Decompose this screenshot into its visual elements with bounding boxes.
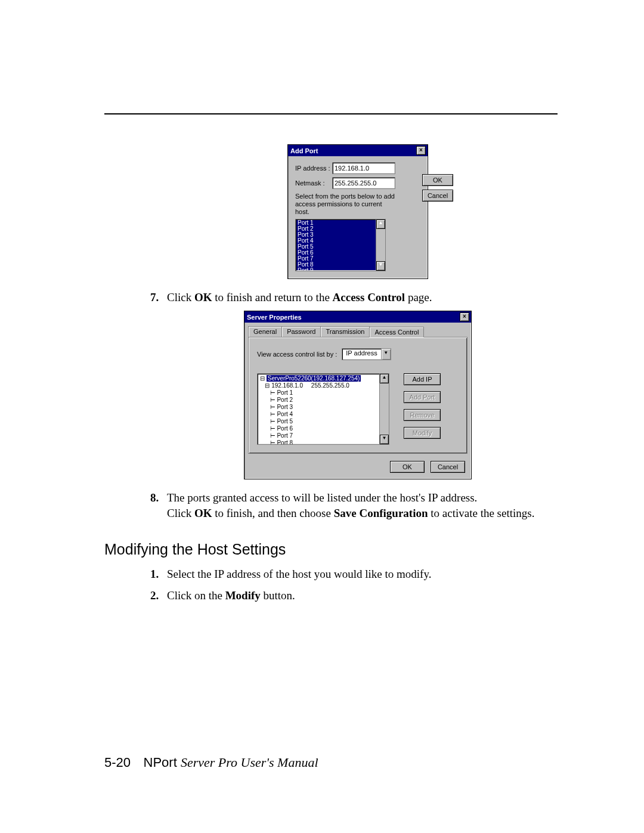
server-properties-dialog: Server Properties × General Password Tra… — [244, 311, 472, 479]
header-rule — [104, 113, 558, 114]
step-7: 7. Click OK to finish and return to the … — [150, 290, 558, 305]
add-port-helptext: Select from the ports below to add acces… — [295, 193, 395, 216]
page-footer: 5-20 NPort Server Pro User's Manual — [104, 755, 318, 770]
tab-password[interactable]: Password — [281, 326, 321, 337]
tab-strip: General Password Transmission Access Con… — [248, 326, 471, 337]
tab-access-control[interactable]: Access Control — [369, 327, 424, 337]
manual-page: Add Port × IP address : Netmask : Select… — [0, 0, 644, 833]
server-properties-title: Server Properties — [247, 314, 302, 321]
port-listbox[interactable]: Port 1 Port 2 Port 3 Port 4 Port 5 Port … — [295, 219, 386, 271]
tree-item[interactable]: Port 1 — [277, 389, 293, 396]
tree-item[interactable]: Port 4 — [277, 411, 293, 417]
step-text: Click OK to finish and return to the Acc… — [167, 290, 432, 305]
add-port-titlebar[interactable]: Add Port × — [288, 145, 428, 156]
view-label: View access control list by : — [257, 351, 337, 358]
step-8: 8. The ports granted access to will be l… — [150, 490, 558, 521]
list-item[interactable]: Port 9 — [298, 268, 385, 271]
tree-item[interactable]: Port 7 — [277, 432, 293, 439]
ok-button[interactable]: OK — [422, 174, 453, 186]
step-number: 2. — [150, 588, 167, 603]
netmask-label: Netmask : — [295, 179, 332, 187]
add-port-button[interactable]: Add Port — [404, 391, 441, 403]
mstep-1: 1. Select the IP address of the host you… — [150, 566, 558, 582]
ip-address-label: IP address : — [295, 165, 332, 172]
cancel-button[interactable]: Cancel — [431, 461, 465, 473]
combo-value: IP address — [342, 349, 380, 360]
figure-add-port: Add Port × IP address : Netmask : Select… — [158, 144, 558, 279]
add-port-title: Add Port — [290, 147, 318, 154]
tab-general[interactable]: General — [248, 326, 282, 337]
step-number: 8. — [150, 490, 167, 521]
page-number: 5-20 — [104, 755, 131, 770]
netmask-input[interactable] — [332, 177, 395, 189]
tree-item[interactable]: Port 5 — [277, 418, 293, 425]
scrollbar[interactable]: ▲ ▼ — [379, 374, 389, 444]
step-number: 1. — [150, 566, 167, 582]
view-by-combo[interactable]: IP address ▼ — [342, 348, 391, 360]
close-icon[interactable]: × — [416, 146, 426, 155]
product-name: NPort — [144, 755, 181, 770]
tab-panel: View access control list by : IP address… — [248, 337, 467, 454]
tab-transmission[interactable]: Transmission — [320, 326, 370, 337]
manual-title: Server Pro User's Manual — [181, 755, 318, 770]
cancel-button[interactable]: Cancel — [422, 190, 453, 202]
tree-item[interactable]: Port 6 — [277, 425, 293, 432]
step-text: Click on the Modify button. — [167, 588, 295, 603]
close-icon[interactable]: × — [460, 312, 469, 321]
section-heading: Modifying the Host Settings — [104, 541, 558, 558]
step-text: The ports granted access to will be list… — [167, 490, 534, 521]
mstep-2: 2. Click on the Modify button. — [150, 588, 558, 603]
step-number: 7. — [150, 290, 167, 305]
tree-item[interactable]: Port 2 — [277, 397, 293, 403]
scroll-down-icon[interactable]: ▼ — [380, 435, 389, 444]
tree-item[interactable]: Port 8 — [277, 439, 293, 445]
scroll-up-icon[interactable]: ▲ — [380, 374, 389, 383]
add-port-dialog: Add Port × IP address : Netmask : Select… — [287, 144, 428, 279]
ip-address-input[interactable] — [332, 162, 395, 174]
scroll-down-icon[interactable]: ▼ — [376, 261, 385, 271]
modify-button[interactable]: Modify — [404, 427, 441, 439]
scrollbar[interactable]: ▲ ▼ — [376, 219, 385, 271]
add-ip-button[interactable]: Add IP — [404, 373, 441, 385]
figure-server-properties: Server Properties × General Password Tra… — [158, 311, 558, 479]
server-properties-titlebar[interactable]: Server Properties × — [244, 311, 471, 323]
tree-root[interactable]: ServerPro52260(192.168.127.254) — [267, 375, 361, 382]
ok-button[interactable]: OK — [390, 461, 425, 473]
tree-ip-line[interactable]: 192.168.1.0 255.255.255.0 — [271, 382, 349, 389]
step-text: Select the IP address of the host you wo… — [167, 566, 431, 582]
tree-item[interactable]: Port 3 — [277, 404, 293, 410]
access-control-tree[interactable]: ⊟ ServerPro52260(192.168.127.254) ⊟ 192.… — [257, 373, 389, 445]
remove-button[interactable]: Remove — [404, 409, 441, 421]
chevron-down-icon[interactable]: ▼ — [381, 349, 391, 360]
scroll-up-icon[interactable]: ▲ — [376, 219, 385, 229]
